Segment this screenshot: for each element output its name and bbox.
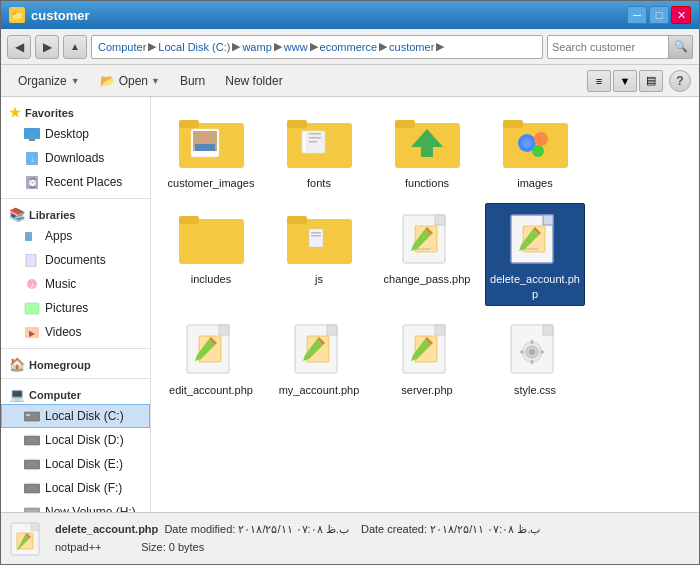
sidebar-homegroup-section: 🏠 Homegroup [1, 353, 150, 374]
file-edit-account-label: edit_account.php [169, 383, 253, 397]
content-area: customer_images [151, 97, 699, 512]
sidebar-item-videos[interactable]: ▶ Videos [1, 320, 150, 344]
status-filename: delete_account.php [55, 523, 158, 535]
sidebar-libraries-header[interactable]: 📚 Libraries [1, 203, 150, 224]
sidebar-computer-section: 💻 Computer Local Disk (C:) Local Disk (D… [1, 383, 150, 512]
preview-button[interactable]: ▤ [639, 70, 663, 92]
breadcrumb-wamp[interactable]: wamp [242, 41, 271, 53]
svg-rect-90 [520, 351, 524, 354]
burn-button[interactable]: Burn [171, 70, 214, 92]
status-file-icon [9, 521, 45, 557]
file-functions[interactable]: functions [377, 107, 477, 195]
file-fonts-label: fonts [307, 176, 331, 190]
status-bar: delete_account.php Date modified: ۲۰۱۸/۲… [1, 512, 699, 564]
svg-text:♪: ♪ [30, 281, 34, 290]
view-list-button[interactable]: ≡ [587, 70, 611, 92]
file-style-css[interactable]: style.css [485, 314, 585, 402]
svg-rect-6 [25, 232, 32, 241]
file-delete-account[interactable]: delete_account.php [485, 203, 585, 306]
sidebar-homegroup-header[interactable]: 🏠 Homegroup [1, 353, 150, 374]
sidebar-item-localdisk-d[interactable]: Local Disk (D:) [1, 428, 150, 452]
title-bar-left: 📁 customer [9, 7, 90, 23]
file-my-account[interactable]: my_account.php [269, 314, 369, 402]
search-button[interactable]: 🔍 [668, 35, 692, 59]
svg-point-40 [534, 132, 548, 146]
sidebar-item-downloads[interactable]: ↓ Downloads [1, 146, 150, 170]
breadcrumb-localdisk[interactable]: Local Disk (C:) [158, 41, 230, 53]
breadcrumb-computer[interactable]: Computer [98, 41, 146, 53]
svg-rect-84 [543, 325, 553, 335]
svg-rect-43 [179, 219, 244, 264]
file-images[interactable]: images [485, 107, 585, 195]
svg-rect-48 [311, 232, 321, 234]
php-delete-account-icon [500, 208, 570, 268]
status-line-1: delete_account.php Date modified: ۲۰۱۸/۲… [55, 521, 540, 539]
file-edit-account[interactable]: edit_account.php [161, 314, 261, 402]
sidebar-item-recent-places[interactable]: ⌚ Recent Places [1, 170, 150, 194]
organize-button[interactable]: Organize ▼ [9, 70, 89, 92]
toolbar: Organize ▼ 📂 Open ▼ Burn New folder ≡ ▼ … [1, 65, 699, 97]
file-server-label: server.php [401, 383, 452, 397]
svg-text:↓: ↓ [30, 155, 34, 164]
php-my-account-icon [284, 319, 354, 379]
file-functions-label: functions [405, 176, 449, 190]
maximize-button[interactable]: □ [649, 6, 669, 24]
breadcrumb-bar[interactable]: Computer ▶ Local Disk (C:) ▶ wamp ▶ www … [91, 35, 543, 59]
new-folder-button[interactable]: New folder [216, 70, 291, 92]
star-icon: ★ [9, 105, 21, 120]
sidebar-item-documents[interactable]: Documents [1, 248, 150, 272]
sidebar-item-pictures[interactable]: Pictures [1, 296, 150, 320]
file-js[interactable]: js [269, 203, 369, 306]
divider-1 [1, 198, 150, 199]
sidebar-item-newvolume-h[interactable]: New Volume (H:) [1, 500, 150, 512]
sidebar-favorites-header[interactable]: ★ Favorites [1, 101, 150, 122]
file-change-pass[interactable]: change_pass.php [377, 203, 477, 306]
file-customer-images[interactable]: customer_images [161, 107, 261, 195]
view-dropdown-button[interactable]: ▼ [613, 70, 637, 92]
forward-button[interactable]: ▶ [35, 35, 59, 59]
recent-places-icon: ⌚ [24, 174, 40, 190]
close-button[interactable]: ✕ [671, 6, 691, 24]
apps-icon [24, 228, 40, 244]
svg-point-87 [529, 349, 535, 355]
sidebar-computer-header[interactable]: 💻 Computer [1, 383, 150, 404]
breadcrumb-ecommerce[interactable]: ecommerce [320, 41, 377, 53]
php-edit-account-icon [176, 319, 246, 379]
svg-rect-15 [24, 436, 40, 445]
status-date-created: Date created: ۲۰۱۸/۲۵/۱۱ ب.ظ ۰۷:۰۸ [361, 523, 540, 535]
css-style-icon [500, 319, 570, 379]
sidebar-item-localdisk-c[interactable]: Local Disk (C:) [1, 404, 150, 428]
folder-fonts-icon [284, 112, 354, 172]
svg-rect-88 [530, 340, 533, 344]
folder-functions-icon [392, 112, 462, 172]
sidebar-item-localdisk-e[interactable]: Local Disk (E:) [1, 452, 150, 476]
svg-rect-14 [26, 414, 30, 416]
svg-rect-47 [309, 229, 323, 247]
open-button[interactable]: 📂 Open ▼ [91, 70, 169, 92]
search-input[interactable] [548, 36, 668, 58]
file-fonts[interactable]: fonts [269, 107, 369, 195]
main-area: ★ Favorites Desktop ↓ Downloads [1, 97, 699, 512]
back-button[interactable]: ◀ [7, 35, 31, 59]
window-icon: 📁 [9, 7, 25, 23]
sidebar-item-localdisk-f[interactable]: Local Disk (F:) [1, 476, 150, 500]
up-button[interactable]: ▲ [63, 35, 87, 59]
status-size: Size: 0 bytes [141, 541, 204, 553]
sidebar-item-apps[interactable]: Apps [1, 224, 150, 248]
title-controls: ─ □ ✕ [627, 6, 691, 24]
breadcrumb-customer[interactable]: customer [389, 41, 434, 53]
address-bar: ◀ ▶ ▲ Computer ▶ Local Disk (C:) ▶ wamp … [1, 29, 699, 65]
files-grid: customer_images [161, 107, 689, 402]
breadcrumb-www[interactable]: www [284, 41, 308, 53]
file-my-account-label: my_account.php [279, 383, 360, 397]
localdisk-f-icon [24, 480, 40, 496]
file-includes[interactable]: includes [161, 203, 261, 306]
file-server[interactable]: server.php [377, 314, 477, 402]
folder-js-icon [284, 208, 354, 268]
sidebar-item-music[interactable]: ♪ Music [1, 272, 150, 296]
minimize-button[interactable]: ─ [627, 6, 647, 24]
sidebar-item-desktop[interactable]: Desktop [1, 122, 150, 146]
file-style-css-label: style.css [514, 383, 556, 397]
help-button[interactable]: ? [669, 70, 691, 92]
desktop-icon [24, 126, 40, 142]
